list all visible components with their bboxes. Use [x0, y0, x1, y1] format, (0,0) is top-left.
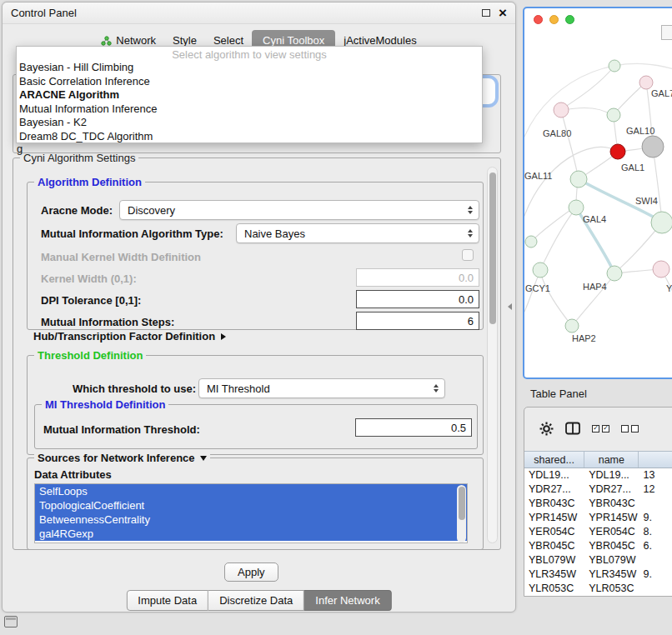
scrollbar-thumb[interactable] — [489, 172, 496, 324]
aracne-mode-select[interactable]: Discovery — [119, 200, 479, 220]
column-header[interactable]: name — [584, 452, 639, 468]
column-header[interactable] — [639, 452, 672, 468]
network-node[interactable] — [533, 262, 548, 278]
data-attributes-label: Data Attributes — [34, 468, 112, 481]
deselect-all-icon[interactable] — [621, 425, 639, 432]
network-node[interactable] — [653, 261, 669, 278]
hub-section-toggle[interactable]: Hub/Transcription Factor Definition — [33, 330, 226, 342]
minimize-window-icon[interactable] — [549, 15, 559, 24]
attribute-list-scrollbar[interactable] — [457, 485, 466, 542]
network-node[interactable] — [609, 60, 620, 72]
algorithm-option[interactable]: Dream8 DC_TDC Algorithm — [17, 130, 482, 144]
network-node[interactable] — [570, 171, 587, 188]
mi-threshold-field[interactable]: 0.5 — [355, 418, 472, 437]
gear-icon[interactable] — [539, 422, 554, 436]
hub-section-label: Hub/Transcription Factor Definition — [33, 330, 215, 342]
zoom-window-icon[interactable] — [565, 15, 574, 24]
tab-label: Select — [213, 34, 243, 47]
table-row[interactable]: YDL19...YDL19...13 — [524, 468, 672, 482]
tab-label: Cyni Toolbox — [263, 34, 324, 47]
attribute-list: SelfLoopsTopologicalCoefficientBetweenne… — [34, 483, 468, 543]
table-cell — [639, 582, 672, 596]
which-threshold-select[interactable]: MI Threshold — [198, 378, 445, 398]
table-row[interactable]: YPR145WYPR145W9. — [524, 511, 672, 525]
table-row[interactable]: YBL079WYBL079W — [524, 553, 672, 568]
table-cell: 8. — [639, 525, 672, 539]
table-row[interactable]: YBR043CYBR043C — [524, 497, 672, 511]
settings-scrollbar[interactable] — [487, 167, 498, 543]
apply-button[interactable]: Apply — [224, 562, 278, 582]
tab-infer-network[interactable]: Infer Network — [304, 590, 391, 611]
table-cell: YBR043C — [584, 497, 639, 511]
chevron-down-icon — [200, 456, 207, 461]
kernel-width-label: Kernel Width (0,1): — [41, 272, 137, 285]
network-node[interactable] — [610, 144, 625, 159]
scrollbar-thumb[interactable] — [459, 487, 465, 520]
manual-kernel-checkbox[interactable] — [462, 249, 474, 261]
combo-arrows-icon — [434, 384, 439, 392]
network-node[interactable] — [525, 236, 537, 248]
group-title: Threshold Definition — [34, 349, 146, 362]
table-cell: YBR043C — [524, 497, 584, 511]
algorithm-option[interactable]: Bayesian - Hill Climbing — [17, 61, 482, 75]
group-title: MI Threshold Definition — [42, 398, 168, 411]
group-title: Algorithm Definition — [34, 176, 145, 188]
table-cell: YPR145W — [584, 511, 639, 525]
restore-panel-icon[interactable] — [4, 616, 18, 628]
network-node[interactable] — [639, 76, 653, 89]
select-all-icon[interactable]: ✓✓ — [592, 425, 609, 432]
dpi-tolerance-label: DPI Tolerance [0,1]: — [41, 294, 141, 307]
close-icon[interactable]: × — [499, 6, 507, 20]
network-view-window[interactable]: GAL7GAL80GAL10GAL11GAL1SWI4GAL4GCY1HAP4H… — [523, 7, 672, 379]
table-cell: YLR053C — [524, 582, 584, 596]
node-label: Y — [666, 283, 672, 293]
network-node[interactable] — [554, 102, 569, 118]
network-node[interactable] — [565, 319, 579, 332]
splitter-grip-icon[interactable] — [508, 303, 512, 310]
table-cell: YBL079W — [584, 553, 639, 568]
table-cell: YBR045C — [584, 539, 639, 553]
node-label: GAL10 — [626, 126, 654, 136]
dpi-tolerance-field[interactable]: 0.0 — [356, 290, 479, 308]
kernel-width-field[interactable]: 0.0 — [356, 268, 479, 287]
network-canvas[interactable]: GAL7GAL80GAL10GAL11GAL1SWI4GAL4GCY1HAP4H… — [524, 28, 672, 378]
mi-steps-field[interactable]: 6 — [356, 312, 479, 330]
network-node[interactable] — [569, 200, 584, 215]
attribute-list-item[interactable]: SelfLoops — [35, 484, 467, 498]
control-panel-titlebar: Control Panel × — [3, 2, 515, 24]
attribute-list-item[interactable]: TopologicalCoefficient — [35, 498, 467, 512]
table-row[interactable]: YER054CYER054C8. — [524, 525, 672, 539]
tab-impute-data[interactable]: Impute Data — [126, 590, 208, 611]
attribute-list-item[interactable]: BetweennessCentrality — [35, 512, 467, 527]
bottom-tab-bar: Impute Data Discretize Data Infer Networ… — [126, 590, 391, 611]
column-header[interactable]: shared... — [524, 452, 584, 468]
algorithm-option[interactable]: Mutual Information Inference — [17, 102, 482, 117]
table-row[interactable]: YDR27...YDR27...12 — [524, 482, 672, 497]
mi-algorithm-type-select[interactable]: Naive Bayes — [236, 223, 479, 243]
selected-value: Naive Bayes — [244, 228, 305, 240]
tab-discretize-data[interactable]: Discretize Data — [208, 590, 304, 611]
algorithm-option[interactable]: Bayesian - K2 — [17, 116, 482, 130]
node-label: GAL1 — [621, 162, 644, 172]
network-node[interactable] — [642, 136, 664, 158]
table-row[interactable]: YLR345WYLR345W9. — [524, 568, 672, 582]
network-node[interactable] — [651, 212, 672, 233]
close-window-icon[interactable] — [534, 15, 543, 24]
algorithm-option[interactable]: ARACNE Algorithm — [17, 88, 482, 102]
sources-section-toggle[interactable]: Sources for Network Inference — [34, 452, 210, 464]
float-window-icon[interactable] — [482, 9, 490, 17]
table-row[interactable]: YLR053CYLR053C — [524, 582, 672, 596]
table-cell: YDR27... — [524, 482, 584, 497]
attribute-list-item[interactable]: gal4RGexp — [35, 527, 467, 541]
window-controls — [524, 8, 672, 24]
table-cell: 12 — [639, 482, 672, 497]
table-toolbar: ✓✓ — [524, 408, 672, 449]
manual-kernel-label: Manual Kernel Width Definition — [41, 251, 201, 263]
column-layout-icon[interactable] — [565, 422, 580, 435]
network-node[interactable] — [607, 108, 620, 122]
table-row[interactable]: YBR045CYBR045C6. — [524, 539, 672, 553]
table-body: YDL19...YDL19...13YDR27...YDR27...12YBR0… — [524, 468, 672, 596]
network-node[interactable] — [607, 266, 622, 281]
table-cell: YER054C — [584, 525, 639, 539]
algorithm-option[interactable]: Basic Correlation Inference — [17, 75, 482, 89]
